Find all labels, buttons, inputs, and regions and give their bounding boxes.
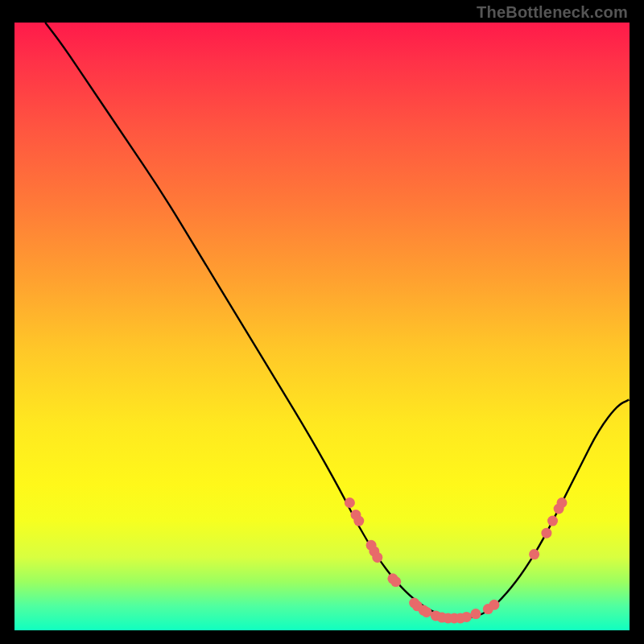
curve-layer	[14, 23, 630, 630]
marker-group	[345, 497, 568, 623]
marker-point	[489, 600, 499, 610]
marker-point	[541, 528, 551, 539]
plot-area	[14, 23, 630, 630]
marker-point	[529, 549, 539, 559]
marker-point	[353, 516, 364, 526]
attribution-watermark: TheBottleneck.com	[477, 3, 628, 22]
marker-point	[390, 576, 401, 587]
bottleneck-curve	[45, 23, 630, 618]
marker-point	[471, 609, 481, 619]
marker-point	[372, 552, 382, 563]
marker-point	[557, 497, 568, 508]
chart-frame: TheBottleneck.com	[0, 0, 644, 644]
marker-point	[421, 607, 431, 617]
marker-point	[547, 516, 558, 526]
marker-point	[461, 612, 472, 622]
marker-point	[345, 497, 355, 508]
